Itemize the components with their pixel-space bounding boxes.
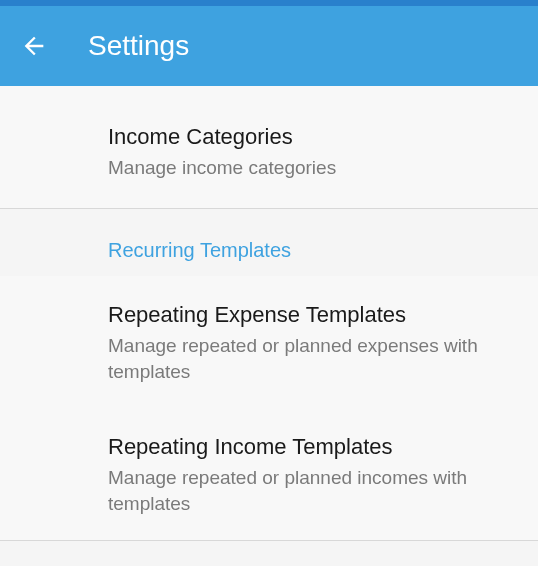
list-item-repeating-income[interactable]: Repeating Income Templates Manage repeat… <box>0 408 538 540</box>
section-header-recurring: Recurring Templates <box>0 209 538 276</box>
toolbar: Settings <box>0 6 538 86</box>
settings-content: Income Categories Manage income categori… <box>0 86 538 541</box>
item-subtitle: Manage income categories <box>108 155 510 181</box>
back-arrow-icon[interactable] <box>20 32 48 60</box>
item-subtitle: Manage repeated or planned incomes with … <box>108 465 510 516</box>
item-title: Repeating Income Templates <box>108 432 510 462</box>
list-item-income-categories[interactable]: Income Categories Manage income categori… <box>0 86 538 208</box>
item-title: Repeating Expense Templates <box>108 300 510 330</box>
list-item-repeating-expense[interactable]: Repeating Expense Templates Manage repea… <box>0 276 538 408</box>
item-title: Income Categories <box>108 122 510 152</box>
page-title: Settings <box>88 30 189 62</box>
section-divider <box>0 540 538 541</box>
item-subtitle: Manage repeated or planned expenses with… <box>108 333 510 384</box>
